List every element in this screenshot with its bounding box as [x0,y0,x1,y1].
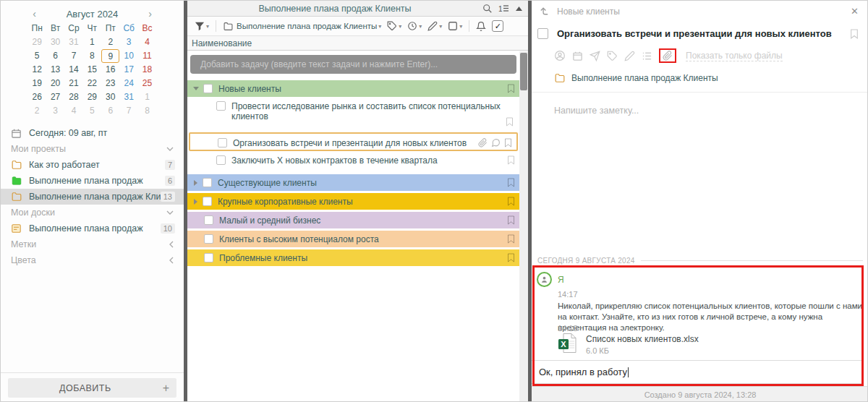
calendar-day[interactable]: 12 [28,63,46,77]
calendar-day[interactable]: 4 [64,104,82,118]
breadcrumb[interactable]: Новые клиенты [557,7,851,17]
bookmark-icon[interactable] [507,253,515,262]
chat-file-attachment[interactable]: X Список новых клиентов.xlsx 6.0 КБ [558,333,699,355]
calendar-day[interactable]: 10 [119,49,137,63]
expand-collapse-icon[interactable] [193,87,199,90]
calendar-day[interactable]: 1 [83,35,101,49]
bookmark-icon[interactable] [507,84,515,93]
calendar-day[interactable]: 31 [64,35,82,49]
sidebar-item-project[interactable]: Выполнение плана продаж 6 [1,173,184,189]
calendar-day[interactable]: 5 [28,49,46,63]
calendar-day[interactable]: 14 [64,63,82,77]
task-row[interactable]: Заключить X новых контрактов в течение к… [187,151,519,169]
calendar-day[interactable]: 5 [83,104,101,118]
task-group-header[interactable]: Существующие клиенты [187,174,519,191]
calendar-day[interactable]: 1 [138,90,156,104]
sidebar-section-tags[interactable]: Метки [1,236,184,252]
attachment-button-highlighted[interactable] [659,48,676,63]
calendar-day[interactable]: 8 [83,49,101,63]
calendar-day[interactable]: 21 [64,77,82,90]
bookmark-icon[interactable] [507,197,515,206]
task-row-selected[interactable]: Организовать встречи и презентации для н… [189,132,518,151]
calendar-day[interactable]: 7 [64,49,82,63]
sidebar-item-today[interactable]: Сегодня: 09 авг, пт [1,125,184,141]
color-frame-button[interactable]: ▾ [448,21,462,31]
show-only-files-toggle[interactable]: Показать только файлы [686,51,783,61]
task-row[interactable]: Провести исследование рынка и составить … [187,97,519,131]
calendar-day[interactable]: 6 [101,104,119,118]
calendar-day[interactable]: 29 [28,35,46,49]
task-group-header[interactable]: Клиенты с высоким потенциалом роста [187,231,519,247]
bookmark-icon[interactable] [504,138,512,147]
calendar-day[interactable]: 2 [101,35,119,49]
task-checkbox[interactable] [216,101,226,111]
project-selector-button[interactable]: Выполнение плана продаж Клиенты ▾ [223,22,381,31]
calendar-day[interactable]: 18 [138,63,156,77]
tag-button[interactable]: ▾ [387,21,401,31]
calendar-day[interactable]: 7 [119,104,137,118]
bookmark-icon[interactable] [507,234,515,244]
calendar-day[interactable]: 28 [64,90,82,104]
bookmark-icon[interactable] [507,155,515,165]
calendar-day[interactable]: 24 [119,77,137,90]
calendar-day[interactable]: 8 [138,104,156,118]
group-checkbox[interactable] [204,215,213,225]
group-checkbox[interactable] [203,178,212,187]
calendar-day[interactable]: 6 [46,49,64,63]
filter-button[interactable]: ▾ [195,22,209,31]
calendar-day[interactable]: 29 [83,90,101,104]
bookmark-icon[interactable] [506,117,514,127]
calendar-day[interactable]: 4 [138,35,156,49]
calendar-day[interactable]: 15 [83,63,101,77]
send-icon[interactable] [590,51,600,61]
calendar-day[interactable]: 19 [28,77,46,90]
calendar-day[interactable]: 3 [119,35,137,49]
show-completed-checkbox[interactable]: ✓ [492,20,503,32]
sidebar-item-board[interactable]: Выполнение плана продаж 10 [1,221,184,236]
scrollbar-thumb[interactable] [520,53,527,90]
return-arrow-icon[interactable] [539,6,550,17]
sidebar-item-project-selected[interactable]: Выполнение плана продаж Клие... 13 [1,189,184,205]
sidebar-section-boards[interactable]: Мои доски [1,205,184,221]
sidebar-section-colors[interactable]: Цвета [1,252,184,268]
group-checkbox[interactable] [204,253,213,262]
bookmark-icon[interactable] [507,178,515,187]
group-checkbox[interactable] [204,234,213,244]
calendar-day-today[interactable]: 9 [101,49,119,63]
column-header-name[interactable]: Наименование [187,36,528,51]
task-group-header[interactable]: Малый и средний бизнес [187,212,519,228]
checklist-icon[interactable] [642,51,652,61]
calendar-next-button[interactable]: › [143,8,156,20]
scrollbar[interactable] [519,51,528,402]
close-icon[interactable]: ✕ [851,6,859,17]
group-checkbox[interactable] [203,197,212,206]
task-checkbox[interactable] [537,28,548,39]
calendar-day[interactable]: 25 [138,77,156,90]
calendar-day[interactable]: 22 [83,77,101,90]
calendar-day[interactable]: 2 [28,104,46,118]
add-task-input[interactable]: Добавить задачу (введите текст задачи и … [190,55,516,74]
bookmark-icon[interactable] [850,29,859,39]
group-checkbox[interactable] [203,84,213,93]
sidebar-section-projects[interactable]: Мои проекты [1,141,184,157]
task-group-header[interactable]: Крупные корпоративные клиенты [187,193,519,210]
task-checkbox[interactable] [216,155,226,165]
calendar-day[interactable]: 13 [46,63,64,77]
calendar-day[interactable]: 3 [46,104,64,118]
task-project-link[interactable]: Выполнение плана продаж Клиенты [554,73,718,83]
task-group-header[interactable]: Новые клиенты [187,80,519,97]
task-checkbox[interactable] [218,138,227,147]
chat-message-input[interactable]: Ок, принял в работу [532,360,864,384]
bell-icon[interactable] [476,21,486,32]
time-button[interactable]: ▾ [407,21,422,31]
calendar-day[interactable]: 23 [101,77,119,90]
assignee-icon[interactable] [554,50,566,61]
expand-collapse-icon[interactable] [194,180,197,186]
calendar-day[interactable]: 30 [101,90,119,104]
brush-button[interactable]: ▾ [427,21,442,31]
expand-collapse-icon[interactable] [194,199,197,205]
bookmark-icon[interactable] [507,215,515,225]
add-button[interactable]: ДОБАВИТЬ + [8,378,176,398]
tag-icon[interactable] [607,51,618,61]
search-icon[interactable] [482,4,493,14]
